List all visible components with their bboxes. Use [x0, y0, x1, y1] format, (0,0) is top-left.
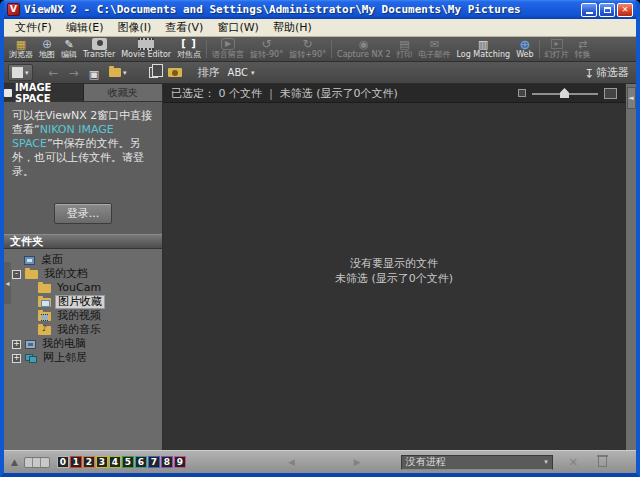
- expand-icon[interactable]: +: [12, 354, 21, 363]
- maximize-button[interactable]: [599, 3, 615, 17]
- empty-line1: 没有要显示的文件: [163, 256, 625, 271]
- label-filter-0[interactable]: 0: [57, 456, 69, 468]
- toolbar-button-label: 打印: [397, 50, 413, 60]
- expand-filmstrip-button[interactable]: ▲: [8, 456, 21, 469]
- login-button[interactable]: 登录...: [54, 203, 112, 224]
- filter-button[interactable]: 筛选器: [581, 61, 632, 84]
- titlebar[interactable]: V ViewNX 2 - C:\Documents and Settings\A…: [4, 0, 636, 19]
- menu-view[interactable]: 查看(V): [158, 19, 210, 36]
- toolbar-button-label: 对焦点: [177, 50, 201, 60]
- copy-icon: [149, 67, 158, 78]
- toolbar-button-browser[interactable]: 浏览器: [6, 37, 36, 61]
- tree-item-我的视频[interactable]: 我的视频: [4, 309, 162, 323]
- thumbnail-small-icon[interactable]: [518, 89, 526, 97]
- statusbar: ▲ 0123456789 ◀ ▶ 没有进程 ▾ ✕: [4, 450, 636, 473]
- progress-text: 没有进程: [406, 455, 544, 469]
- goto-folder-button[interactable]: [86, 61, 102, 84]
- toolbar-button-map[interactable]: 地图: [36, 37, 58, 61]
- menu-file[interactable]: 文件(F): [8, 19, 59, 36]
- menu-window[interactable]: 窗口(W): [210, 19, 265, 36]
- sort-dropdown[interactable]: ABC ▾: [224, 66, 259, 79]
- close-button[interactable]: ✕: [617, 3, 633, 17]
- transfer-icon: [92, 38, 107, 50]
- window-title: ViewNX 2 - C:\Documents and Settings\Adm…: [24, 3, 579, 16]
- menu-help[interactable]: 帮助(H): [266, 19, 319, 36]
- toolbar-button-slideshow: 幻灯片: [542, 37, 572, 61]
- copy-button[interactable]: [143, 65, 161, 80]
- tree-item-label: YouCam: [55, 282, 103, 294]
- capture-nx2-icon: [357, 38, 370, 50]
- workspace: IMAGE SPACE 收藏夹 可以在ViewNX 2窗口中直接查看“NIKON…: [4, 84, 636, 450]
- favorite-folder-button[interactable]: ▾: [106, 66, 130, 79]
- toolbar-button-focus-point[interactable]: 对焦点: [174, 37, 204, 61]
- filmstrip-icon[interactable]: [24, 457, 50, 468]
- tree-item-图片收藏[interactable]: 图片收藏: [4, 295, 162, 309]
- collapse-icon[interactable]: -: [12, 270, 21, 279]
- main-toolbar: 浏览器地图编辑TransferMovie Editor对焦点语音留言旋转-90°…: [4, 37, 636, 62]
- toolbar-button-label: Movie Editor: [121, 50, 171, 60]
- folders-header: 文件夹: [4, 234, 162, 249]
- tree-item-label: 我的电脑: [40, 338, 88, 350]
- menu-image[interactable]: 图像(I): [110, 19, 158, 36]
- toolbar-button-transfer[interactable]: Transfer: [80, 37, 118, 61]
- label-filter-6[interactable]: 6: [135, 456, 147, 468]
- label-filter-2[interactable]: 2: [83, 456, 95, 468]
- toolbar-button-label: 幻灯片: [545, 50, 569, 60]
- tree-item-我的音乐[interactable]: 我的音乐: [4, 323, 162, 337]
- desktop-icon: [24, 256, 35, 265]
- label-filter-1[interactable]: 1: [70, 456, 82, 468]
- map-icon: [41, 38, 54, 50]
- menubar: 文件(F) 编辑(E) 图像(I) 查看(V) 窗口(W) 帮助(H): [4, 19, 636, 37]
- thumbnail-size-slider[interactable]: [532, 87, 598, 99]
- label-filter-8[interactable]: 8: [161, 456, 173, 468]
- image-space-logo-icon: [4, 89, 12, 97]
- expand-right-panel-button[interactable]: ◄: [627, 87, 636, 109]
- forward-button: →: [66, 65, 82, 81]
- layout-picker-button[interactable]: ▾: [8, 64, 33, 81]
- toolbar-button-label: 浏览器: [9, 50, 33, 60]
- label-filter-5[interactable]: 5: [122, 456, 134, 468]
- left-panel: IMAGE SPACE 收藏夹 可以在ViewNX 2窗口中直接查看“NIKON…: [4, 84, 163, 450]
- protect-button[interactable]: [165, 66, 185, 79]
- movie-editor-icon: [138, 38, 154, 50]
- tree-item-label: 桌面: [39, 254, 65, 266]
- tab-image-space[interactable]: IMAGE SPACE: [4, 84, 84, 101]
- sort-label: 排序: [198, 65, 220, 80]
- tree-item-桌面[interactable]: 桌面: [4, 253, 162, 267]
- voice-memo-icon: [221, 38, 235, 50]
- toolbar-button-web[interactable]: Web: [513, 37, 536, 61]
- expand-icon[interactable]: +: [12, 340, 21, 349]
- thumbnail-canvas[interactable]: 没有要显示的文件 未筛选 (显示了0个文件): [163, 103, 625, 450]
- menu-edit[interactable]: 编辑(E): [59, 19, 111, 36]
- tree-item-我的电脑[interactable]: +我的电脑: [4, 337, 162, 351]
- app-icon: V: [7, 3, 20, 16]
- label-filter-3[interactable]: 3: [96, 456, 108, 468]
- edit-icon: [63, 38, 76, 50]
- selection-infobar: 已选定： 0 个文件 ｜ 未筛选 (显示了0个文件): [163, 84, 625, 103]
- collapse-left-panel-button[interactable]: ◂: [4, 262, 11, 304]
- label-filter-9[interactable]: 9: [174, 456, 186, 468]
- print-icon: [398, 38, 411, 50]
- minimize-button[interactable]: [581, 3, 597, 17]
- toolbar-button-label: 转换: [575, 50, 591, 60]
- label-filter-4[interactable]: 4: [109, 456, 121, 468]
- toolbar-button-log-matching[interactable]: Log Matching: [454, 37, 514, 61]
- protect-icon: [168, 68, 182, 77]
- toolbar-button-edit[interactable]: 编辑: [58, 37, 80, 61]
- toolbar-button-label: 电子邮件: [419, 50, 451, 60]
- toolbar-button-movie-editor[interactable]: Movie Editor: [118, 37, 174, 61]
- thumbnail-large-icon[interactable]: [604, 88, 617, 99]
- folder-icon: [109, 68, 121, 77]
- toolbar-button-capture-nx2: Capture NX 2: [334, 37, 393, 61]
- back-button: ←: [46, 65, 62, 81]
- tree-item-我的文档[interactable]: -我的文档: [4, 267, 162, 281]
- tab-favorites[interactable]: 收藏夹: [84, 84, 163, 101]
- slider-thumb[interactable]: [560, 88, 569, 98]
- progress-dropdown[interactable]: 没有进程 ▾: [401, 455, 553, 470]
- label-filter-7[interactable]: 7: [148, 456, 160, 468]
- filter-label: 筛选器: [596, 65, 629, 80]
- empty-state-message: 没有要显示的文件 未筛选 (显示了0个文件): [163, 256, 625, 286]
- tree-item-YouCam[interactable]: YouCam: [4, 281, 162, 295]
- tree-item-网上邻居[interactable]: +网上邻居: [4, 351, 162, 365]
- prev-button: ◀: [285, 456, 298, 469]
